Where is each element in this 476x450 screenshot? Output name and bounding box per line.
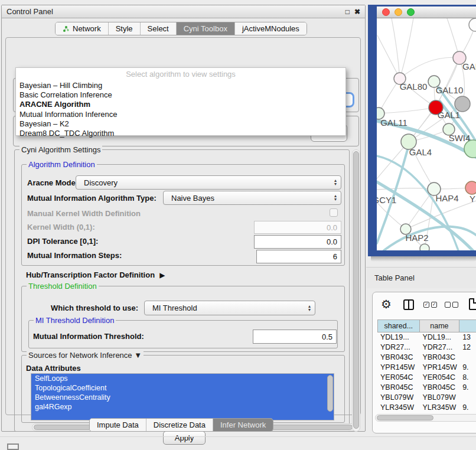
gear-icon[interactable]: ⚙: [381, 298, 392, 310]
table-cell[interactable]: YDR27...: [377, 343, 419, 353]
table-cell[interactable]: 13: [459, 332, 476, 343]
settings-vertical-scrollbar[interactable]: [352, 149, 360, 432]
algorithm-option[interactable]: ARACNE Algorithm: [16, 100, 345, 109]
table-row[interactable]: YPR145WYPR145W9.: [377, 363, 476, 373]
algorithm-option[interactable]: Basic Correlation Inference: [16, 90, 345, 100]
data-attribute-item[interactable]: BetweennessCentrality: [31, 393, 334, 402]
table-cell[interactable]: [459, 353, 476, 363]
table-row[interactable]: YLR345WYLR345W9.: [377, 403, 476, 413]
tab-style[interactable]: Style: [109, 22, 141, 35]
network-view-canvas[interactable]: GALGAL80GAL10GAL1GAL11SWI4GAL4GCY1HAP4YH…: [377, 18, 476, 250]
select-all-columns-icon[interactable]: ✓ ✓: [423, 302, 437, 308]
zoom-traffic-light-icon[interactable]: [407, 8, 415, 16]
table-cell[interactable]: 9.: [459, 363, 476, 373]
tab-impute-data[interactable]: Impute Data: [90, 419, 146, 431]
table-body: YDL19...YDL19...13YDR27...YDR27...12YBR0…: [377, 332, 476, 419]
collapsed-panel-icon[interactable]: [7, 444, 19, 450]
kernel-width-field[interactable]: [254, 221, 341, 234]
table-cell[interactable]: YPR145W: [377, 363, 419, 373]
column-header-name[interactable]: name: [420, 319, 460, 332]
minimize-traffic-light-icon[interactable]: [395, 8, 402, 16]
tab-infer-network[interactable]: Infer Network: [213, 419, 273, 431]
table-cell[interactable]: YBR045C: [377, 383, 419, 393]
table-cell[interactable]: YDL19...: [419, 332, 459, 343]
table-cell[interactable]: YER054C: [377, 373, 419, 383]
table-row[interactable]: YDR27...YDR27...12: [377, 343, 476, 353]
table-panel-header: Table Panel: [366, 267, 476, 288]
table-panel-title: Table Panel: [374, 273, 415, 282]
new-table-page-icon[interactable]: [469, 298, 476, 310]
table-cell[interactable]: YLR345W: [419, 403, 459, 413]
split-columns-icon[interactable]: [403, 299, 414, 310]
table-horizontal-scrollbar[interactable]: [375, 414, 476, 422]
network-edge: [377, 113, 379, 191]
close-traffic-light-icon[interactable]: [382, 8, 390, 16]
network-node[interactable]: [469, 18, 476, 31]
table-cell[interactable]: YBR045C: [419, 383, 459, 393]
table-cell[interactable]: YBL079W: [419, 393, 459, 403]
network-tab-icon: [63, 25, 70, 32]
tab-network[interactable]: Network: [56, 22, 109, 35]
network-node-label: GAL: [462, 61, 476, 71]
table-cell[interactable]: 12: [459, 343, 476, 353]
table-cell[interactable]: 8.: [459, 373, 476, 383]
tab-label: Discretize Data: [154, 420, 206, 429]
column-header-shared-name[interactable]: shared...: [377, 319, 420, 332]
network-node-label: Y: [470, 194, 475, 204]
tab-cyni-toolbox[interactable]: Cyni Toolbox: [177, 22, 235, 35]
network-edge: [400, 18, 413, 79]
table-cell[interactable]: YDR27...: [419, 343, 459, 353]
network-node[interactable]: [465, 181, 476, 194]
data-attribute-item[interactable]: TopologicalCoefficient: [31, 383, 334, 393]
table-cell[interactable]: 9.: [459, 383, 476, 393]
tab-select[interactable]: Select: [141, 22, 177, 35]
table-row[interactable]: YBR045CYBR045C9.: [377, 383, 476, 393]
table-cell[interactable]: YLR345W: [377, 403, 419, 413]
scrollbar-thumb[interactable]: [377, 415, 433, 420]
mi-algorithm-type-select[interactable]: Naive Bayes ▴▾: [163, 191, 341, 205]
unchecked-box-icon: [452, 302, 458, 308]
deselect-all-columns-icon[interactable]: [445, 302, 458, 308]
table-cell[interactable]: 9.: [459, 403, 476, 413]
mi-threshold-field[interactable]: [253, 330, 337, 344]
control-panel-title: Control Panel: [6, 7, 341, 16]
table-row[interactable]: YBR043CYBR043C: [377, 353, 476, 363]
algorithm-option[interactable]: Bayesian – K2: [16, 119, 345, 129]
hub-definition-expander[interactable]: Hub/Transcription Factor Definition ▶: [26, 270, 165, 279]
table-row[interactable]: YBL079WYBL079W: [377, 393, 476, 403]
spinner-icon: ▴▾: [334, 194, 337, 201]
table-cell[interactable]: YPR145W: [419, 363, 459, 373]
table-row[interactable]: YER054CYER054C8.: [377, 373, 476, 383]
table-cell[interactable]: YBR043C: [377, 353, 419, 363]
mi-steps-field[interactable]: [256, 250, 341, 263]
table-cell[interactable]: [459, 393, 476, 403]
scrollbar-thumb[interactable]: [353, 151, 359, 429]
collapse-arrow-icon[interactable]: ▼: [134, 351, 142, 360]
network-node[interactable]: [420, 244, 429, 250]
aracne-mode-select[interactable]: Discovery ▴▾: [76, 175, 341, 190]
column-header-partial[interactable]: [459, 319, 476, 332]
table-cell[interactable]: YER054C: [419, 373, 459, 383]
tab-jactivemnodules[interactable]: jActiveMNodules: [235, 22, 307, 35]
control-panel-tabbar: Network Style Select Cyni Toolbox jActiv…: [55, 22, 307, 35]
attributes-scrollbar-thumb[interactable]: [327, 375, 333, 412]
network-window-titlebar[interactable]: [377, 6, 476, 18]
algorithm-option[interactable]: Dream8 DC_TDC Algorithm: [16, 129, 345, 138]
data-attribute-item[interactable]: SelfLoops: [31, 374, 334, 383]
table-cell[interactable]: YDL19...: [377, 332, 419, 343]
algorithm-option[interactable]: Bayesian – Hill Climbing: [16, 81, 345, 90]
table-cell[interactable]: YBR043C: [419, 353, 459, 363]
data-attribute-item[interactable]: gal4RGexp: [31, 402, 334, 412]
tab-discretize-data[interactable]: Discretize Data: [146, 419, 213, 431]
network-view-window[interactable]: GALGAL80GAL10GAL1GAL11SWI4GAL4GCY1HAP4YH…: [368, 5, 476, 256]
manual-kernel-checkbox[interactable]: [330, 208, 338, 217]
dpi-tolerance-field[interactable]: [254, 235, 341, 249]
table-row[interactable]: YDL19...YDL19...13: [377, 332, 476, 343]
which-threshold-select[interactable]: MI Threshold ▴▾: [144, 301, 315, 315]
table-cell[interactable]: YBL079W: [377, 393, 419, 403]
float-window-icon[interactable]: □: [345, 8, 350, 15]
mi-threshold-label: Mutual Information Threshold:: [33, 332, 144, 341]
apply-button[interactable]: Apply: [163, 431, 206, 445]
close-icon[interactable]: ✖: [354, 8, 360, 15]
algorithm-option[interactable]: Mutual Information Inference: [16, 110, 345, 119]
